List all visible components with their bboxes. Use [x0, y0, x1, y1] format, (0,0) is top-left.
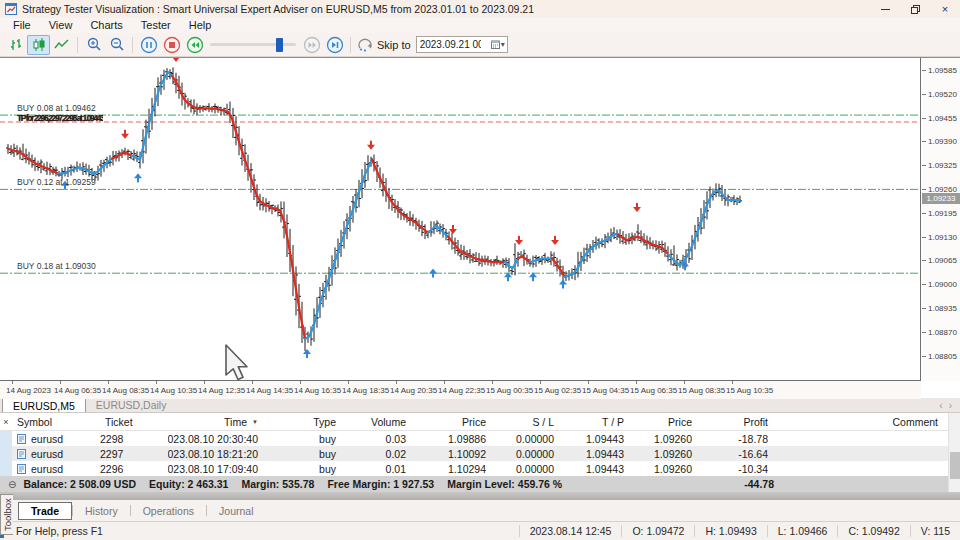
- time-axis[interactable]: 14 Aug 202314 Aug 06:3514 Aug 08:3514 Au…: [0, 381, 921, 399]
- menu-item-file[interactable]: File: [4, 18, 40, 33]
- column-header-symbol[interactable]: Symbol: [12, 416, 100, 428]
- column-header-comment[interactable]: Comment: [778, 416, 948, 428]
- dropdown-arrow-icon: ▾: [501, 40, 505, 49]
- toolbox-tab-strip: TradeHistoryOperationsJournal: [0, 500, 960, 522]
- buy-level-label: BUY 0.08 at 1.09462: [17, 103, 96, 113]
- time-axis-tick: 15 Aug 06:35: [630, 386, 677, 395]
- fast-forward-button[interactable]: [300, 35, 323, 55]
- status-segment: 2023.08.14 12:45: [519, 525, 622, 537]
- skip-to-date-input[interactable]: [417, 39, 481, 50]
- menu-item-tester[interactable]: Tester: [132, 18, 180, 33]
- status-segment: O: 1.09472: [621, 525, 694, 537]
- bar-chart-icon: [8, 38, 24, 52]
- balance-part: Margin: 535.78: [241, 478, 314, 490]
- menu-item-charts[interactable]: Charts: [81, 18, 131, 33]
- time-axis-tick: 14 Aug 20:35: [390, 386, 437, 395]
- toolbox-tab-trade[interactable]: Trade: [18, 502, 72, 520]
- buy-level-label: BUY 0.12 at 1.09259: [17, 177, 96, 187]
- price-axis-tick: 1.08935: [928, 304, 957, 313]
- chart-candles-button[interactable]: [27, 35, 50, 55]
- time-axis-tick: 15 Aug 10:35: [726, 386, 773, 395]
- column-header-profit[interactable]: Profit: [702, 416, 778, 428]
- close-button[interactable]: ×: [930, 0, 960, 18]
- chart-bars-button[interactable]: [4, 35, 27, 55]
- time-axis-tick: 14 Aug 16:35: [294, 386, 341, 395]
- rewind-icon: [186, 36, 204, 54]
- symbol-tab-eurusd-m5[interactable]: EURUSD,M5: [2, 398, 86, 412]
- toolbox-tab-journal[interactable]: Journal: [207, 502, 265, 520]
- slider-thumb[interactable]: [276, 38, 283, 52]
- symbol-tab-eurusd-daily[interactable]: EURUSD,Daily: [86, 398, 177, 412]
- price-axis-tick: 1.09065: [928, 256, 957, 265]
- toolbar: Skip to ▾: [0, 33, 960, 57]
- column-header-t-p[interactable]: T / P: [564, 416, 634, 428]
- scrollbar-thumb[interactable]: [950, 452, 960, 479]
- trade-row-2296[interactable]: eurusd22962023.08.10 17:09:40buy0.011.10…: [0, 461, 960, 476]
- column-header-type[interactable]: Type: [268, 416, 346, 428]
- toolbox-tab-operations[interactable]: Operations: [131, 502, 206, 520]
- table-scrollbar[interactable]: [948, 413, 960, 492]
- trade-order-icon: [17, 449, 26, 459]
- time-axis-tick: 14 Aug 14:35: [246, 386, 293, 395]
- column-header-volume[interactable]: Volume: [346, 416, 416, 428]
- app-icon: [5, 3, 17, 15]
- chart-line-button[interactable]: [50, 35, 73, 55]
- price-axis-tick: 1.09390: [928, 137, 957, 146]
- fast-forward-icon: [303, 36, 321, 54]
- panel-splitter[interactable]: [0, 492, 960, 500]
- cell-s-l: 0.00000: [496, 463, 564, 475]
- price-axis-tick: 1.08870: [928, 328, 957, 337]
- status-segment: H: 1.09493: [694, 525, 766, 537]
- column-header-price[interactable]: Price: [634, 416, 702, 428]
- toolbar-separator: [350, 37, 351, 53]
- strategy-tester-window: Strategy Tester Visualization : Smart Un…: [0, 0, 960, 540]
- trade-row-2298[interactable]: eurusd22982023.08.10 20:30:40buy0.031.09…: [0, 431, 960, 446]
- chart-plot[interactable]: BUY 0.08 at 1.09462TP for 2296,2297,2298…: [0, 58, 921, 381]
- cell-type: buy: [268, 448, 346, 460]
- stop-icon: [163, 36, 181, 54]
- menu-item-help[interactable]: Help: [180, 18, 221, 33]
- tab-nav-left-icon[interactable]: ‹: [939, 400, 942, 411]
- close-toolbox-button[interactable]: ×: [3, 417, 8, 427]
- skip-to-icon: [356, 37, 373, 52]
- skip-to-label: Skip to: [377, 39, 411, 51]
- column-header-s-l[interactable]: S / L: [496, 416, 564, 428]
- trade-order-icon: [17, 464, 26, 474]
- price-axis[interactable]: 1.095851.095201.094551.093901.093251.092…: [922, 58, 960, 381]
- menubar: FileViewChartsTesterHelp: [0, 18, 960, 33]
- rewind-button[interactable]: [183, 35, 206, 55]
- tab-nav-right-icon[interactable]: ›: [949, 400, 952, 411]
- collapse-icon[interactable]: ⊖: [8, 479, 16, 490]
- column-header-time[interactable]: Time▼: [168, 416, 268, 428]
- zoom-in-button[interactable]: [82, 35, 105, 55]
- calendar-dropdown-button[interactable]: ▾: [491, 40, 507, 49]
- minimize-button[interactable]: [870, 0, 900, 18]
- skip-to-end-button[interactable]: [323, 35, 346, 55]
- price-axis-tick: 1.09325: [928, 161, 957, 170]
- trade-row-2297[interactable]: eurusd22972023.08.10 18:21:20buy0.021.10…: [0, 446, 960, 461]
- window-title: Strategy Tester Visualization : Smart Un…: [22, 3, 534, 15]
- cell-profit: -10.34: [702, 463, 778, 475]
- cell-volume: 0.01: [346, 463, 416, 475]
- price-axis-tick: 1.09130: [928, 233, 957, 242]
- pause-button[interactable]: [137, 35, 160, 55]
- tp-level-label: TP for 2296,2297,2298 at 1.09443: [17, 113, 103, 123]
- cell-time: 2023.08.10 20:30:40: [168, 433, 268, 445]
- stop-button[interactable]: [160, 35, 183, 55]
- zoom-out-button[interactable]: [105, 35, 128, 55]
- column-header-ticket[interactable]: Ticket: [100, 416, 168, 428]
- calendar-icon: [491, 40, 500, 49]
- cell-price: 1.10294: [416, 463, 496, 475]
- restore-icon: [911, 5, 919, 13]
- toolbox-side-tab[interactable]: Toolbox: [0, 494, 13, 535]
- maximize-button[interactable]: [900, 0, 930, 18]
- cell-time: 2023.08.10 18:21:20: [168, 448, 268, 460]
- toolbox-tab-history[interactable]: History: [73, 502, 130, 520]
- balance-part: Margin Level: 459.76 %: [447, 478, 562, 490]
- cell-price: 1.09260: [634, 463, 702, 475]
- cell-price: 1.09260: [634, 448, 702, 460]
- menu-item-view[interactable]: View: [40, 18, 82, 33]
- speed-slider[interactable]: [210, 35, 296, 55]
- balance-row[interactable]: ⊖ Balance: 2 508.09 USDEquity: 2 463.31M…: [0, 476, 960, 492]
- column-header-price[interactable]: Price: [416, 416, 496, 428]
